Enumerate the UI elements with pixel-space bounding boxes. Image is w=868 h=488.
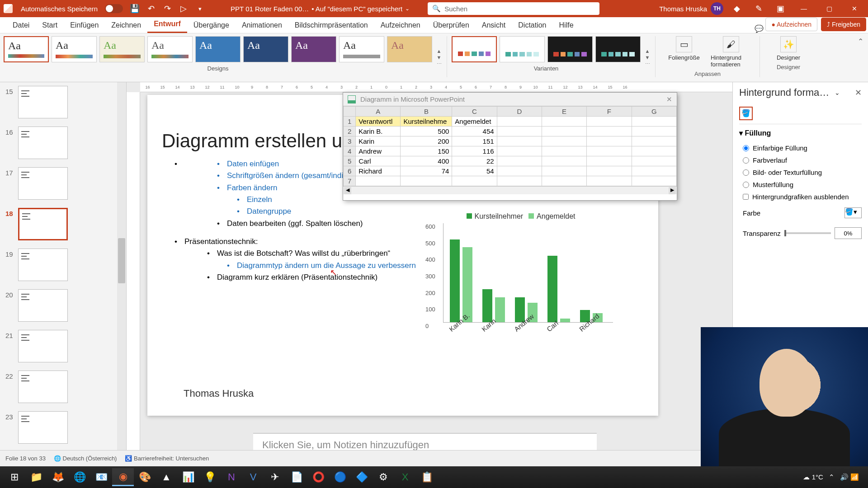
filename[interactable]: PPT 01 Roter Faden 00… — [231, 5, 309, 13]
theme-thumb-7[interactable]: Aa — [339, 36, 384, 62]
transparency-input[interactable] — [835, 227, 862, 239]
tab-start[interactable]: Start — [36, 18, 64, 33]
pattern-fill-radio[interactable]: Musterfüllung — [739, 178, 862, 191]
maximize-button[interactable]: ▢ — [819, 0, 839, 17]
slide-thumb-17[interactable]: 17▬▬▬▬▬▬▬▬ — [5, 167, 124, 200]
app-icon-2[interactable]: 📊 — [177, 468, 199, 486]
transparency-slider[interactable] — [784, 232, 831, 234]
firefox-icon[interactable]: 🦊 — [47, 468, 69, 486]
theme-thumb-3[interactable]: Aa — [147, 36, 193, 62]
hide-bg-graphics-check[interactable]: Hintergrundgrafiken ausblenden — [739, 191, 862, 203]
diamond-icon[interactable]: ◆ — [731, 2, 743, 15]
save-icon[interactable]: 💾 — [128, 2, 141, 15]
slide-thumb-23[interactable]: 23▬▬▬▬▬▬▬▬ — [5, 411, 124, 444]
windows-taskbar[interactable]: ⊞ 📁 🦊 🌐 📧 ◉ 🎨 ▲ 📊 💡 N V ✈ 📄 ⭕ 🔵 🔷 ⚙ X 📋 … — [0, 466, 868, 488]
theme-thumb-8[interactable]: Aa — [387, 36, 432, 62]
format-background-button[interactable]: 🖌 Hintergrund formatieren — [711, 36, 751, 68]
tab-animationen[interactable]: Animationen — [236, 18, 288, 33]
tab-einfügen[interactable]: Einfügen — [64, 18, 105, 33]
fill-bucket-icon[interactable]: 🪣 — [739, 107, 753, 120]
visio-icon[interactable]: V — [242, 468, 264, 486]
tab-aufzeichnen[interactable]: Aufzeichnen — [374, 18, 427, 33]
language-button[interactable]: 🌐 Deutsch (Österreich) — [54, 455, 117, 462]
tab-dictation[interactable]: Dictation — [512, 18, 552, 33]
search-input[interactable]: 🔍 Suchen — [428, 2, 599, 15]
format-pane-options-icon[interactable]: ⌄ — [835, 89, 840, 96]
fill-color-picker[interactable]: 🪣▾ — [844, 207, 862, 218]
tab-überprüfen[interactable]: Überprüfen — [427, 18, 476, 33]
fill-section-label[interactable]: ▾ Füllung — [739, 129, 862, 137]
datasheet-grid[interactable]: ABCDEFG1VerantwortlKursteilnehmeAngemeld… — [343, 106, 677, 186]
tab-ansicht[interactable]: Ansicht — [476, 18, 512, 33]
slide-thumb-18[interactable]: 18▬▬▬▬▬▬▬▬ — [5, 208, 124, 240]
chart[interactable]: KursteilnehmerAngemeldet 010020030040050… — [423, 212, 613, 352]
format-pane-close-icon[interactable]: ✕ — [855, 88, 862, 98]
undo-icon[interactable]: ↶ — [145, 2, 157, 15]
collapse-ribbon-icon[interactable]: ⌃ — [853, 33, 868, 82]
filename-chevron-icon[interactable]: ⌄ — [405, 5, 410, 12]
theme-thumb-4[interactable]: Aa — [195, 36, 241, 62]
start-button[interactable]: ⊞ — [4, 468, 25, 486]
variant-thumb-3[interactable] — [595, 36, 641, 62]
autosave-toggle[interactable] — [105, 4, 123, 13]
gradient-fill-radio[interactable]: Farbverlauf — [739, 154, 862, 166]
tray-icons[interactable]: 🔊 📶 — [840, 473, 859, 481]
powerpoint-icon[interactable]: ◉ — [112, 468, 134, 486]
record-button[interactable]: ● Aufzeichnen — [765, 18, 817, 31]
chart-datasheet-window[interactable]: Diagramm in Microsoft PowerPoint ✕ ABCDE… — [343, 92, 677, 201]
more-icon[interactable]: ▾ — [193, 2, 206, 15]
app-icon-4[interactable]: 📄 — [286, 468, 307, 486]
telegram-icon[interactable]: ✈ — [264, 468, 286, 486]
vlc-icon[interactable]: ▲ — [156, 468, 177, 486]
tab-bildschirmpräsentation[interactable]: Bildschirmpräsentation — [288, 18, 374, 33]
theme-thumb-5[interactable]: Aa — [243, 36, 288, 62]
excel-icon[interactable]: X — [394, 468, 416, 486]
picture-fill-radio[interactable]: Bild- oder Texturfüllung — [739, 166, 862, 178]
weather-widget[interactable]: ☁ 1°C — [803, 473, 823, 481]
onenote-icon[interactable]: N — [221, 468, 242, 486]
tab-datei[interactable]: Datei — [6, 18, 36, 33]
theme-thumb-1[interactable]: Aa — [52, 36, 97, 62]
designer-button[interactable]: ✨ Designer — [768, 36, 809, 61]
close-button[interactable]: ✕ — [844, 0, 864, 17]
app-icon-8[interactable]: 📋 — [416, 468, 438, 486]
slide-canvas[interactable]: 1615141312111098765432101234567891011121… — [127, 82, 732, 472]
explorer-icon[interactable]: 📁 — [25, 468, 47, 486]
variant-thumb-0[interactable] — [452, 36, 497, 62]
datasheet-close-icon[interactable]: ✕ — [666, 95, 672, 103]
app-icon-1[interactable]: 🎨 — [134, 468, 156, 486]
slide-thumb-20[interactable]: 20▬▬▬▬▬▬▬▬ — [5, 289, 124, 322]
tray-chevron-icon[interactable]: ⌃ — [829, 473, 835, 481]
present-icon[interactable]: ▷ — [177, 2, 190, 15]
tab-hilfe[interactable]: Hilfe — [553, 18, 580, 33]
app-icon-5[interactable]: ⭕ — [307, 468, 329, 486]
theme-thumb-6[interactable]: Aa — [291, 36, 336, 62]
app-icon-7[interactable]: 🔷 — [351, 468, 373, 486]
thumbnail-scrollbar[interactable] — [117, 82, 126, 472]
solid-fill-radio[interactable]: Einfarbige Füllung — [739, 142, 862, 154]
tab-zeichnen[interactable]: Zeichnen — [105, 18, 147, 33]
slide-size-button[interactable]: ▭ Foliengröße — [664, 36, 704, 68]
comments-icon[interactable]: 💬 — [755, 24, 764, 33]
pen-icon[interactable]: ✎ — [752, 2, 765, 15]
redo-icon[interactable]: ↷ — [161, 2, 174, 15]
app-icon-6[interactable]: 🔵 — [329, 468, 351, 486]
designs-more-button[interactable]: ▲▼⋯ — [434, 33, 444, 82]
variants-more-button[interactable]: ▲▼⋯ — [642, 33, 652, 82]
slide-thumb-22[interactable]: 22▬▬▬▬▬▬▬▬ — [5, 371, 124, 403]
theme-thumb-0[interactable]: Aa — [4, 36, 49, 62]
app-icon-3[interactable]: 💡 — [199, 468, 221, 486]
datasheet-h-scrollbar[interactable]: ◀ ▶ — [343, 186, 677, 194]
account-button[interactable]: Thomas Hruska TH — [659, 2, 723, 15]
tab-übergänge[interactable]: Übergänge — [187, 18, 236, 33]
slide-thumb-19[interactable]: 19▬▬▬▬▬▬▬▬ — [5, 249, 124, 281]
share-button[interactable]: ⤴ Freigeben — [821, 18, 866, 31]
variant-thumb-1[interactable] — [500, 36, 545, 62]
slide-thumb-15[interactable]: 15▬▬▬▬▬▬▬▬ — [5, 86, 124, 118]
slide-thumb-21[interactable]: 21▬▬▬▬▬▬▬▬ — [5, 330, 124, 362]
theme-thumb-2[interactable]: Aa — [99, 36, 145, 62]
chrome-icon[interactable]: 🌐 — [69, 468, 90, 486]
slide-thumb-16[interactable]: 16▬▬▬▬▬▬▬▬ — [5, 127, 124, 159]
outlook-icon[interactable]: 📧 — [90, 468, 112, 486]
thumbnail-panel[interactable]: 15▬▬▬▬▬▬▬▬16▬▬▬▬▬▬▬▬17▬▬▬▬▬▬▬▬18▬▬▬▬▬▬▬▬… — [0, 82, 127, 472]
